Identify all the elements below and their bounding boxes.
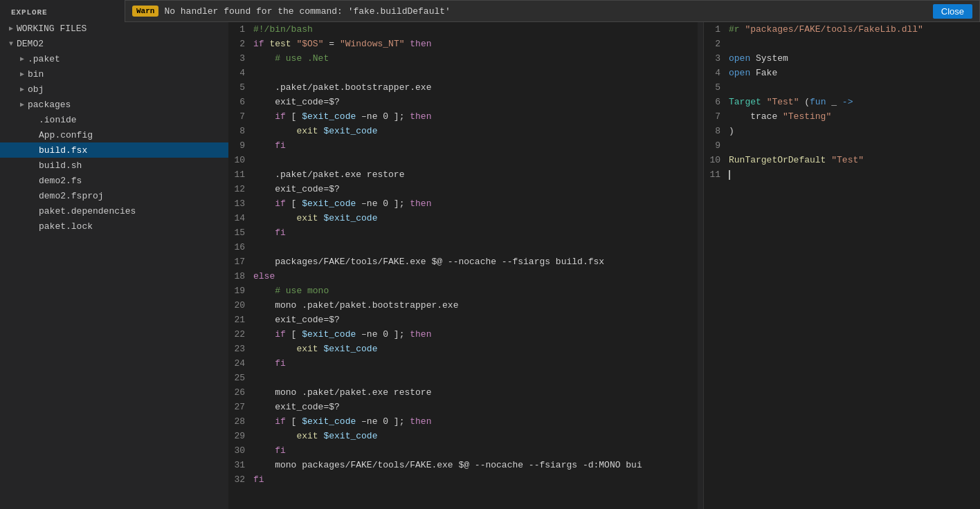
- line-number: 30: [228, 445, 253, 456]
- code-line: 12 exit_code=$?: [228, 182, 698, 196]
- code-line: 20 mono .paket/paket.bootstrapper.exe: [228, 298, 698, 313]
- code-line: 3 # use .Net: [228, 51, 698, 66]
- token-sh-plain: mono .paket/paket.exe restore: [253, 387, 431, 398]
- token-fs-keyword: open: [729, 68, 750, 78]
- code-line: 4open Fake: [704, 66, 980, 80]
- token-sh-plain: mono .paket/paket.bootstrapper.exe: [253, 300, 458, 311]
- close-button[interactable]: Close: [933, 4, 972, 19]
- sidebar-item-demo2fs[interactable]: demo2.fs: [0, 173, 228, 188]
- token-sh-keyword: then: [410, 39, 431, 49]
- line-content: .paket/paket.bootstrapper.exe: [253, 82, 431, 93]
- token-sh-string: "$OS": [296, 39, 323, 49]
- left-code-pane[interactable]: 1#!/bin/bash2if test "$OS" = "Windows_NT…: [228, 0, 698, 509]
- sidebar-item-obj[interactable]: ▶ obj: [0, 82, 228, 97]
- line-content: exit_code=$?: [253, 402, 340, 412]
- sidebar-item-demo2[interactable]: ▼ DEMO2: [0, 36, 228, 51]
- token-sh-plain: packages/FAKE/tools/FAKE.exe $@ --nocach…: [253, 257, 604, 267]
- token-fs-plain: _: [826, 97, 842, 107]
- code-line: 2: [704, 37, 980, 51]
- token-sh-builtin: test: [269, 39, 291, 49]
- code-line: 5: [704, 80, 980, 95]
- code-line: 27 exit_code=$?: [228, 400, 698, 414]
- main-layout: EXPLORE ▶ WORKING FILES ▼ DEMO2 ▶ .paket…: [0, 0, 980, 509]
- chevron-down-icon: ▼: [6, 40, 17, 48]
- code-line: 7 trace "Testing": [704, 109, 980, 124]
- line-number: 17: [228, 257, 253, 267]
- token-sh-keyword: if: [253, 416, 286, 427]
- code-line: 18else: [228, 269, 698, 284]
- sidebar-item-paketdep[interactable]: paket.dependencies: [0, 203, 228, 219]
- paketlock-label: paket.lock: [39, 221, 93, 232]
- code-line: 3open System: [704, 51, 980, 66]
- token-sh-builtin: exit: [253, 126, 318, 136]
- token-sh-plain: –ne 0 ];: [356, 416, 410, 427]
- line-content: fi: [253, 228, 286, 238]
- line-content: if [ $exit_code –ne 0 ]; then: [253, 416, 431, 427]
- chevron-right-icon: ▶: [17, 55, 28, 63]
- sidebar-item-appconfig[interactable]: App.config: [0, 127, 228, 142]
- token-fs-plain: ): [729, 126, 734, 136]
- code-line: 11: [704, 167, 980, 182]
- line-content: # use mono: [253, 286, 329, 296]
- line-number: 24: [228, 358, 253, 369]
- token-sh-var: $exit_code: [302, 416, 356, 427]
- token-sh-keyword: then: [410, 111, 431, 122]
- sidebar-item-buildfsx[interactable]: build.fsx: [0, 142, 228, 158]
- line-content: if [ $exit_code –ne 0 ]; then: [253, 329, 431, 340]
- token-sh-keyword: else: [253, 271, 275, 281]
- sidebar: EXPLORE ▶ WORKING FILES ▼ DEMO2 ▶ .paket…: [0, 0, 228, 509]
- token-sh-keyword: then: [410, 416, 431, 427]
- obj-label: obj: [28, 84, 44, 95]
- code-line: 29 exit $exit_code: [228, 429, 698, 443]
- right-code-pane[interactable]: 1#r "packages/FAKE/tools/FakeLib.dll"23o…: [703, 0, 980, 509]
- bin-label: bin: [28, 69, 44, 80]
- warn-message: No handler found for the command: 'fake.…: [164, 6, 927, 17]
- line-content: fi: [253, 445, 286, 456]
- code-line: 22 if [ $exit_code –ne 0 ]; then: [228, 327, 698, 342]
- token-fs-keyword: open: [729, 53, 750, 64]
- line-number: 27: [228, 402, 253, 412]
- token-sh-keyword: if: [253, 39, 264, 49]
- line-number: 4: [228, 68, 253, 78]
- token-sh-var: $exit_code: [302, 329, 356, 340]
- token-sh-plain: [: [286, 198, 302, 209]
- token-sh-builtin: exit: [253, 431, 318, 441]
- sidebar-item-paket[interactable]: ▶ .paket: [0, 51, 228, 66]
- line-number: 15: [228, 228, 253, 238]
- line-number: 3: [228, 53, 253, 64]
- line-number: 7: [704, 111, 729, 122]
- code-line: 31 mono packages/FAKE/tools/FAKE.exe $@ …: [228, 458, 698, 472]
- chevron-right-icon: ▶: [6, 24, 17, 33]
- code-line: 30 fi: [228, 443, 698, 458]
- token-sh-keyword: then: [410, 198, 431, 209]
- token-sh-comment: # use .Net: [253, 53, 329, 64]
- line-content: trace "Testing": [729, 111, 831, 122]
- line-number: 3: [704, 53, 729, 64]
- token-sh-comment: #!/bin/bash: [253, 24, 313, 35]
- token-sh-plain: =: [323, 39, 339, 49]
- token-sh-comment: #r: [729, 24, 745, 35]
- code-line: 21 exit_code=$?: [228, 313, 698, 327]
- code-line: 19 # use mono: [228, 284, 698, 298]
- sidebar-item-bin[interactable]: ▶ bin: [0, 66, 228, 82]
- paketdep-label: paket.dependencies: [39, 206, 136, 216]
- line-content: exit $exit_code: [253, 431, 377, 441]
- code-line: 8 exit $exit_code: [228, 124, 698, 138]
- line-number: 26: [228, 387, 253, 398]
- sidebar-item-working-files[interactable]: ▶ WORKING FILES: [0, 21, 228, 36]
- code-line: 15 fi: [228, 225, 698, 240]
- line-number: 23: [228, 344, 253, 354]
- line-number: 6: [704, 97, 729, 107]
- line-content: # use .Net: [253, 53, 329, 64]
- line-number: 1: [228, 24, 253, 35]
- line-content: .paket/paket.exe restore: [253, 169, 404, 180]
- line-number: 19: [228, 286, 253, 296]
- line-content: #!/bin/bash: [253, 24, 313, 35]
- sidebar-item-demo2fsproj[interactable]: demo2.fsproj: [0, 188, 228, 203]
- sidebar-item-buildsh[interactable]: build.sh: [0, 158, 228, 173]
- sidebar-item-ionide[interactable]: .ionide: [0, 112, 228, 127]
- token-sh-plain: exit_code=$?: [253, 184, 340, 194]
- sidebar-item-paketlock[interactable]: paket.lock: [0, 219, 228, 234]
- sidebar-item-packages[interactable]: ▶ packages: [0, 97, 228, 112]
- token-sh-var: $exit_code: [323, 126, 377, 136]
